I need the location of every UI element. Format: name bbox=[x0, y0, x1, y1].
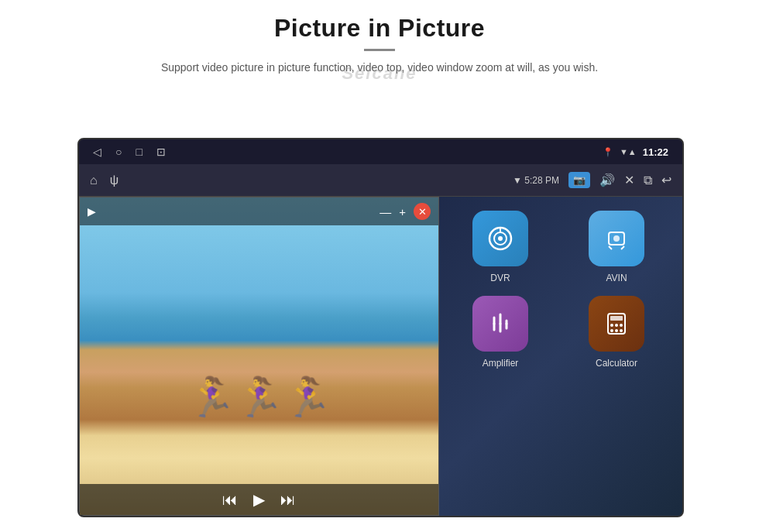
app-grid: DVR AVIN bbox=[434, 197, 682, 516]
svg-point-19 bbox=[610, 329, 613, 332]
amplifier-label: Amplifier bbox=[483, 358, 519, 369]
volume-icon[interactable]: 🔊 bbox=[599, 173, 615, 187]
pip-play-indicator: ▶ bbox=[88, 205, 96, 218]
wifi-icon: ▼▲ bbox=[620, 147, 637, 156]
svg-line-6 bbox=[609, 246, 612, 249]
svg-point-5 bbox=[613, 235, 620, 242]
app-area: Netflix SiriusXM 🏃‍♀️🏃‍♀️🏃‍♀️ ▶ bbox=[79, 197, 682, 516]
people-silhouette: 🏃‍♀️🏃‍♀️🏃‍♀️ bbox=[187, 375, 331, 420]
calculator-label: Calculator bbox=[596, 358, 637, 369]
dvr-icon bbox=[472, 211, 528, 266]
pip-expand-btn[interactable]: + bbox=[399, 205, 406, 218]
usb-icon[interactable]: ψ bbox=[110, 173, 118, 187]
pip-icon[interactable]: ⧉ bbox=[644, 173, 652, 187]
svg-point-18 bbox=[620, 324, 623, 327]
wifi-toolbar-icon: ▼ 5:28 PM bbox=[513, 175, 559, 186]
next-track-btn[interactable]: ⏭ bbox=[280, 491, 296, 509]
app-item-amplifier[interactable]: Amplifier bbox=[442, 290, 558, 375]
nav-buttons: ◁ ○ □ ⊡ bbox=[93, 146, 166, 158]
calculator-icon bbox=[589, 296, 644, 352]
toolbar-right: ▼ 5:28 PM 📷 🔊 ✕ ⧉ ↩ bbox=[513, 172, 671, 188]
page-subtitle: Support video picture in picture functio… bbox=[101, 59, 658, 76]
pip-container: 🏃‍♀️🏃‍♀️🏃‍♀️ ▶ — + ✕ ⏮ ▶ ⏭ bbox=[79, 197, 439, 516]
toolbar-left: ⌂ ψ bbox=[90, 173, 118, 187]
amplifier-icon bbox=[472, 296, 528, 352]
pip-controls[interactable]: — + ✕ bbox=[380, 203, 431, 220]
dvr-label: DVR bbox=[490, 273, 510, 283]
home-icon[interactable]: ⌂ bbox=[90, 173, 98, 187]
avin-icon bbox=[589, 211, 644, 266]
recent-nav-icon[interactable]: □ bbox=[136, 146, 142, 158]
video-content: 🏃‍♀️🏃‍♀️🏃‍♀️ bbox=[80, 197, 438, 515]
video-bg bbox=[80, 197, 438, 515]
page-header: Picture in Picture Support video picture… bbox=[0, 0, 759, 82]
status-bar: ◁ ○ □ ⊡ 📍 ▼▲ 11:22 bbox=[79, 139, 682, 164]
app-item-avin[interactable]: AVIN bbox=[558, 204, 675, 290]
page-divider bbox=[364, 49, 395, 51]
status-time: 11:22 bbox=[643, 146, 668, 158]
prev-track-btn[interactable]: ⏮ bbox=[222, 491, 238, 509]
location-icon: 📍 bbox=[603, 147, 613, 157]
svg-point-2 bbox=[498, 236, 503, 241]
device-frame: ◁ ○ □ ⊡ 📍 ▼▲ 11:22 ⌂ ψ ▼ 5:28 PM 📷 🔊 ✕ ⧉… bbox=[77, 138, 684, 517]
pip-top-bar: ▶ — + ✕ bbox=[80, 197, 438, 225]
pip-close-btn[interactable]: ✕ bbox=[414, 203, 431, 220]
avin-label: AVIN bbox=[606, 273, 627, 283]
toolbar: ⌂ ψ ▼ 5:28 PM 📷 🔊 ✕ ⧉ ↩ bbox=[79, 164, 682, 197]
screenshot-nav-icon[interactable]: ⊡ bbox=[156, 146, 166, 158]
svg-point-17 bbox=[615, 324, 618, 327]
close-icon[interactable]: ✕ bbox=[624, 173, 634, 187]
back-nav-icon[interactable]: ◁ bbox=[93, 146, 101, 158]
app-item-dvr[interactable]: DVR bbox=[442, 204, 558, 290]
app-item-calculator[interactable]: Calculator bbox=[558, 290, 675, 375]
svg-line-7 bbox=[621, 246, 624, 249]
back-icon[interactable]: ↩ bbox=[661, 173, 671, 187]
pip-bottom-bar[interactable]: ⏮ ▶ ⏭ bbox=[80, 484, 438, 515]
home-nav-icon[interactable]: ○ bbox=[115, 146, 122, 158]
status-bar-right: 📍 ▼▲ 11:22 bbox=[603, 146, 668, 158]
svg-point-20 bbox=[615, 329, 618, 332]
page-title: Picture in Picture bbox=[0, 14, 759, 43]
pip-minimize-btn[interactable]: — bbox=[380, 205, 391, 218]
svg-point-21 bbox=[620, 329, 623, 332]
svg-point-16 bbox=[610, 324, 613, 327]
play-btn[interactable]: ▶ bbox=[253, 490, 265, 509]
svg-rect-15 bbox=[610, 316, 623, 321]
camera-btn[interactable]: 📷 bbox=[568, 172, 590, 188]
